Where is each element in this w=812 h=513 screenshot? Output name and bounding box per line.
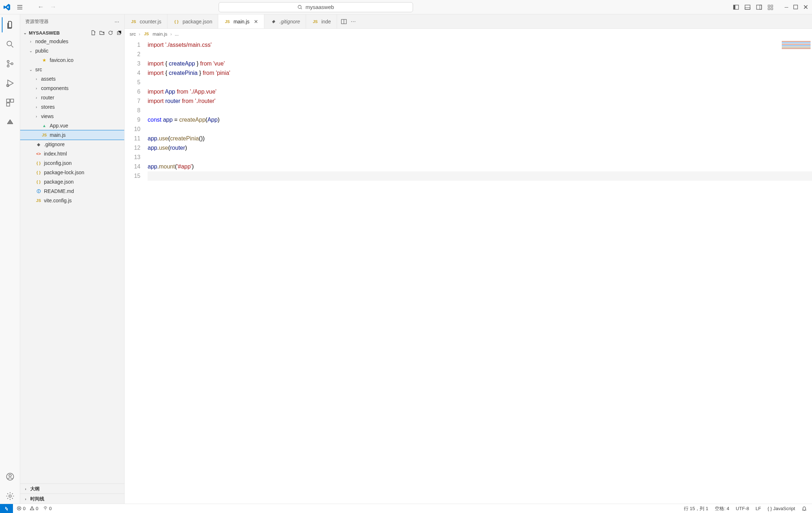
layout-panel-icon[interactable]: [744, 3, 752, 11]
tree-item-label: package-lock.json: [44, 170, 84, 175]
breadcrumb-segment[interactable]: src: [130, 31, 136, 37]
tree-folder[interactable]: ›components: [20, 84, 124, 93]
code-content[interactable]: import './assets/main.css' import { crea…: [145, 39, 812, 504]
chevron-down-icon: ⌄: [28, 67, 33, 72]
vue-file-icon: ▲: [41, 122, 48, 129]
editor-tab[interactable]: JScounter.js: [125, 14, 167, 28]
activity-source-control-icon[interactable]: [3, 56, 18, 71]
explorer-project-header[interactable]: ⌄ MYSAASWEB: [20, 29, 124, 37]
nav-back-icon[interactable]: ←: [36, 2, 45, 12]
activity-accounts-icon[interactable]: [3, 469, 18, 484]
svg-point-22: [9, 495, 11, 498]
gitignore-file-icon: ◈: [270, 18, 277, 25]
status-bar: 0 0 0 行 15，列 1 空格: 4 UTF-8 LF { } JavaSc…: [0, 504, 812, 513]
remote-indicator[interactable]: [0, 504, 13, 513]
activity-settings-icon[interactable]: [3, 489, 18, 504]
tree-file[interactable]: { }jsconfig.json: [20, 158, 124, 168]
chevron-down-icon: ⌄: [22, 31, 27, 35]
svg-rect-3: [745, 5, 750, 9]
md-file-icon: ⓘ: [35, 188, 42, 194]
chevron-right-icon: ›: [34, 77, 39, 81]
outline-section[interactable]: › 大纲: [20, 483, 124, 494]
tree-folder[interactable]: ›stores: [20, 102, 124, 112]
tree-file[interactable]: ▲App.vue: [20, 121, 124, 130]
code-editor[interactable]: 123456789101112131415 import './assets/m…: [125, 39, 812, 504]
breadcrumb-segment[interactable]: ...: [175, 31, 179, 37]
activity-explorer-icon[interactable]: [2, 17, 18, 32]
tab-label: package.json: [183, 19, 212, 24]
activity-search-icon[interactable]: [3, 37, 18, 52]
layout-primary-sidebar-icon[interactable]: [732, 3, 740, 11]
chevron-right-icon: ›: [28, 39, 33, 44]
tree-item-label: stores: [41, 104, 55, 110]
timeline-section[interactable]: › 时间线: [20, 494, 124, 504]
activity-run-debug-icon[interactable]: [3, 76, 18, 91]
status-cursor[interactable]: 行 15，列 1: [684, 505, 708, 512]
status-ports[interactable]: 0: [43, 506, 52, 511]
collapse-all-icon[interactable]: [116, 30, 122, 36]
tree-item-label: index.html: [44, 151, 67, 157]
new-folder-icon[interactable]: [99, 30, 105, 36]
editor-tab[interactable]: JSmain.js✕: [218, 14, 264, 28]
star-file-icon: ★: [41, 57, 48, 63]
svg-point-12: [7, 41, 12, 46]
tree-folder[interactable]: ›views: [20, 112, 124, 121]
chevron-right-icon: ›: [34, 86, 39, 90]
editor-tab[interactable]: ◈.gitignore: [264, 14, 306, 28]
tree-file[interactable]: JSvite.config.js: [20, 196, 124, 205]
svg-rect-11: [794, 5, 798, 9]
editor-tab[interactable]: { }package.json: [167, 14, 219, 28]
minimap[interactable]: [782, 41, 811, 52]
status-indentation[interactable]: 空格: 4: [715, 505, 729, 512]
breadcrumbs[interactable]: src › JS main.js › ...: [125, 29, 812, 39]
status-encoding[interactable]: UTF-8: [736, 506, 749, 511]
tree-file[interactable]: ★favicon.ico: [20, 55, 124, 65]
tree-file[interactable]: { }package.json: [20, 177, 124, 186]
js-file-icon: JS: [143, 31, 150, 37]
status-problems[interactable]: 0 0: [17, 506, 39, 511]
tree-item-label: vite.config.js: [44, 198, 72, 203]
outline-label: 大纲: [30, 486, 40, 492]
layout-secondary-sidebar-icon[interactable]: [755, 3, 763, 11]
command-center-search[interactable]: mysaasweb: [219, 2, 413, 12]
tree-file[interactable]: { }package-lock.json: [20, 168, 124, 177]
tree-file[interactable]: ◈.gitignore: [20, 140, 124, 149]
line-numbers-gutter: 123456789101112131415: [125, 39, 145, 504]
breadcrumb-segment[interactable]: main.js: [153, 31, 167, 37]
activity-extensions-icon[interactable]: [3, 95, 18, 110]
tree-folder[interactable]: ›assets: [20, 74, 124, 84]
window-close-icon[interactable]: ✕: [802, 3, 809, 12]
window-maximize-icon[interactable]: [793, 4, 799, 10]
tree-file[interactable]: JSmain.js: [20, 130, 124, 140]
tab-close-icon[interactable]: ✕: [254, 19, 258, 24]
tree-item-label: public: [35, 48, 49, 54]
svg-point-21: [9, 474, 11, 477]
tree-folder[interactable]: ⌄src: [20, 65, 124, 74]
svg-rect-4: [745, 8, 750, 9]
status-language[interactable]: { } JavaScript: [767, 506, 795, 511]
tree-item-label: jsconfig.json: [44, 160, 72, 166]
layout-customize-icon[interactable]: [767, 3, 775, 11]
hamburger-menu-icon[interactable]: [14, 3, 26, 12]
refresh-icon[interactable]: [108, 30, 113, 36]
editor-tab[interactable]: JSinde: [306, 14, 337, 28]
tree-file[interactable]: ⓘREADME.md: [20, 186, 124, 196]
tree-item-label: .gitignore: [44, 141, 65, 147]
status-eol[interactable]: LF: [755, 506, 761, 511]
window-minimize-icon[interactable]: ─: [784, 4, 789, 11]
tree-folder[interactable]: ›node_modules: [20, 37, 124, 46]
split-editor-icon[interactable]: [341, 18, 347, 25]
activity-triangle-icon[interactable]: [3, 114, 17, 129]
nav-forward-icon[interactable]: →: [48, 2, 58, 12]
editor-tabs: JScounter.js{ }package.jsonJSmain.js✕◈.g…: [125, 14, 812, 29]
tree-folder[interactable]: ⌄public: [20, 46, 124, 55]
tree-folder[interactable]: ›router: [20, 93, 124, 102]
status-notifications-icon[interactable]: [802, 506, 807, 511]
new-file-icon[interactable]: [90, 30, 96, 36]
gitignore-file-icon: ◈: [35, 141, 42, 148]
tab-more-icon[interactable]: ⋯: [351, 19, 356, 24]
tree-file[interactable]: <>index.html: [20, 149, 124, 158]
json-file-icon: { }: [35, 160, 42, 166]
chevron-right-icon: ›: [34, 114, 39, 118]
sidebar-more-icon[interactable]: ⋯: [115, 19, 119, 24]
